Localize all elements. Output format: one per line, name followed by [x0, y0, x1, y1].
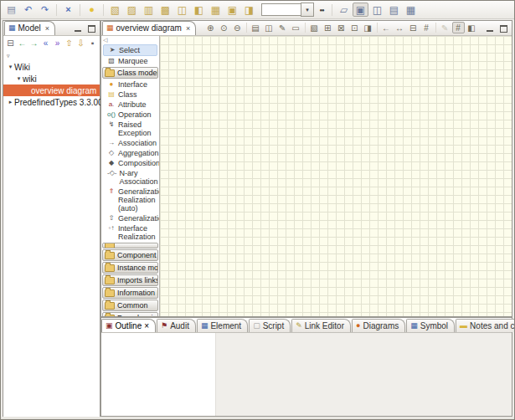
palette-item-generalization-realization-auto[interactable]: ⇑ Generalizatio... Realization (auto) — [101, 187, 159, 213]
tab-overview-diagram[interactable]: ▦ overview diagram × — [102, 21, 196, 35]
palette-section-imports-links[interactable]: Imports links — [102, 274, 158, 286]
save-icon[interactable]: ▤ — [3, 3, 19, 17]
related-elements-left-icon[interactable]: « — [40, 38, 51, 49]
create-class-icon[interactable]: ▥ — [141, 3, 157, 17]
create-usecase-icon[interactable]: ◨ — [241, 3, 257, 17]
palette-item-association[interactable]: → Association — [101, 138, 159, 148]
search-dropdown-arrow-icon[interactable]: ▾ — [301, 3, 314, 17]
move-up-icon[interactable]: ⇧ — [64, 38, 75, 49]
fit-width-icon[interactable]: ↔ — [394, 22, 406, 33]
tab-element[interactable]: ▦ Element — [197, 319, 248, 332]
tab-model[interactable]: ▦ Model × — [4, 21, 55, 35]
palette-section-information-flow[interactable]: Information Flo... — [102, 287, 158, 299]
create-diagram-icon[interactable]: ▧ — [107, 3, 123, 17]
fit-height-icon[interactable]: ⊟ — [407, 22, 420, 33]
close-icon[interactable]: × — [186, 24, 190, 33]
set-style-icon[interactable]: ⊡ — [348, 22, 361, 33]
palette-section-clipped[interactable] — [102, 243, 158, 248]
find-binoculars-icon[interactable]: ●● — [315, 3, 328, 17]
paste-style-icon[interactable]: ▧ — [308, 22, 321, 33]
tree-item-wiki-package[interactable]: ▾ wiki — [3, 73, 100, 85]
search-input[interactable] — [261, 3, 301, 16]
palette-item-interface[interactable]: ● Interface — [101, 79, 159, 90]
tab-link-editor[interactable]: ✎ Link Editor — [291, 319, 351, 332]
palette-section-common[interactable]: Common — [102, 300, 158, 311]
zoom-original-icon[interactable]: ⊙ — [218, 22, 230, 33]
tab-diagrams[interactable]: ● Diagrams — [352, 319, 405, 332]
perspective-3-icon[interactable]: ▤ — [386, 3, 402, 17]
swap-orientation-icon[interactable]: ◨ — [362, 22, 374, 33]
toolbar-separator — [80, 4, 80, 16]
expander-icon[interactable]: ▸ — [7, 99, 14, 105]
add-element-icon[interactable]: ⊞ — [322, 22, 334, 33]
perspective-2-icon[interactable]: ◫ — [369, 3, 385, 17]
tab-notes-and-constraints[interactable]: ▬ Notes and constraints — [456, 319, 515, 332]
palette-item-aggregation[interactable]: ◇ Aggregation — [101, 148, 159, 158]
show-grid-icon[interactable]: # — [420, 22, 433, 33]
navigate-forward-icon[interactable]: → — [28, 38, 39, 49]
tree-item-predefined-types[interactable]: ▸ PredefinedTypes 3.3.00 — [3, 96, 100, 108]
remove-element-icon[interactable]: ⊠ — [335, 22, 348, 33]
diagram-canvas[interactable] — [160, 36, 512, 316]
zoom-out-icon[interactable]: ⊖ — [231, 22, 244, 33]
palette-collapse-arrow-icon[interactable]: ◁ — [101, 36, 159, 44]
palette-section-free-drawing[interactable]: Free drawing « — [102, 312, 158, 316]
zoom-in-icon[interactable]: ⊕ — [204, 22, 217, 33]
save-image-icon[interactable]: ◫ — [263, 22, 276, 33]
print-icon[interactable]: ▤ — [250, 22, 262, 33]
undo-icon[interactable]: ↶ — [20, 3, 36, 17]
create-datatype-icon[interactable]: ◧ — [191, 3, 207, 17]
tab-script[interactable]: ▢ Script — [249, 319, 291, 332]
palette-item-generalization[interactable]: ⇧ Generalization — [101, 213, 159, 223]
palette-section-component-model[interactable]: Component mo... — [102, 249, 158, 261]
move-down-icon[interactable]: ⇩ — [75, 38, 86, 49]
maximize-icon[interactable] — [87, 25, 96, 33]
open-perspective-icon[interactable]: ▱ — [336, 3, 352, 17]
palette-tool-marquee[interactable]: ▧ Marquee — [101, 56, 159, 66]
tab-symbol[interactable]: ▦ Symbol — [406, 319, 455, 332]
expander-icon[interactable]: ▾ — [15, 75, 23, 82]
tab-outline[interactable]: ▣ Outline × — [101, 319, 156, 332]
expander-icon[interactable]: ▾ — [7, 64, 14, 70]
palette-section-class-model[interactable]: Class model « — [102, 67, 158, 79]
related-elements-right-icon[interactable]: » — [52, 38, 63, 49]
configure-icon[interactable]: × — [60, 3, 76, 17]
palette-item-attribute[interactable]: a. Attribute — [101, 100, 159, 110]
palette-item-operation[interactable]: o() Operation — [101, 110, 159, 120]
show-guides-icon[interactable]: ◧ — [466, 22, 478, 33]
assistant-lightbulb-icon[interactable]: ● — [84, 3, 100, 17]
create-component-icon[interactable]: ◫ — [174, 3, 190, 17]
tab-audit[interactable]: ⚑ Audit — [157, 319, 196, 332]
palette-tool-select[interactable]: ➤ Select — [103, 44, 157, 56]
more-tools-icon[interactable]: ▪ — [87, 38, 98, 49]
palette-section-instance-model[interactable]: Instance model — [102, 262, 158, 274]
navigate-left-icon[interactable]: ← — [380, 22, 393, 33]
palette-item-class[interactable]: ▤ Class — [101, 90, 159, 100]
maximize-icon[interactable] — [499, 25, 508, 33]
minimize-icon[interactable] — [486, 25, 495, 33]
create-enumeration-icon[interactable]: ▦ — [208, 3, 224, 17]
create-actor-icon[interactable]: ▣ — [224, 3, 240, 17]
view-menu-arrow-icon[interactable]: ▿ — [3, 51, 100, 61]
create-package-icon[interactable]: ▨ — [124, 3, 140, 17]
perspective-4-icon[interactable]: ▦ — [403, 3, 419, 17]
edit-properties-icon[interactable]: ✎ — [276, 22, 289, 33]
style-pen-icon[interactable]: ✎ — [439, 22, 451, 33]
minimize-icon[interactable] — [74, 25, 83, 33]
create-interface-icon[interactable]: ▩ — [157, 3, 173, 17]
redo-icon[interactable]: ↷ — [37, 3, 53, 17]
palette-item-nary-association[interactable]: -◇- N-ary Association — [101, 168, 159, 187]
outline-thumbnail-area[interactable] — [101, 333, 216, 416]
perspective-modeling-icon[interactable]: ▣ — [353, 3, 368, 17]
snap-to-grid-icon[interactable]: # — [452, 22, 465, 33]
palette-item-raised-exception[interactable]: ↯ Raised Exception — [101, 120, 159, 138]
fit-to-window-icon[interactable]: ▭ — [290, 22, 302, 33]
tree-item-overview-diagram[interactable]: overview diagram — [3, 85, 100, 96]
collapse-all-icon[interactable]: ⊟ — [5, 38, 16, 49]
close-icon[interactable]: × — [45, 24, 49, 33]
tree-item-wiki-project[interactable]: ▾ Wiki — [3, 61, 100, 73]
palette-item-composition[interactable]: ◆ Composition — [101, 158, 159, 168]
navigate-back-icon[interactable]: ← — [17, 38, 28, 49]
close-icon[interactable]: × — [144, 321, 149, 330]
palette-item-interface-realization[interactable]: ◦↑ Interface Realization — [101, 223, 159, 242]
